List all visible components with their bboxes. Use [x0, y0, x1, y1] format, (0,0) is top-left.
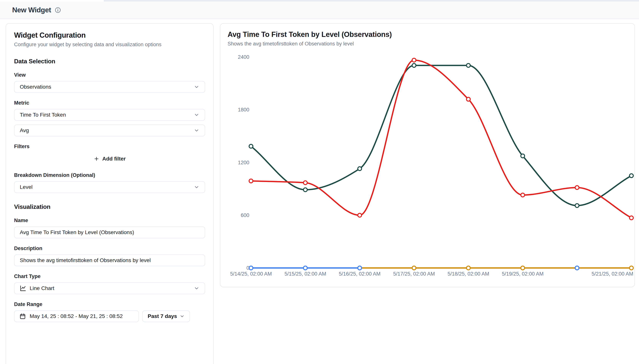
data-point[interactable] — [466, 97, 470, 101]
config-subheading: Configure your widget by selecting data … — [14, 42, 205, 48]
filters-label: Filters — [14, 144, 205, 150]
data-point[interactable] — [466, 64, 470, 67]
line-chart-icon — [20, 285, 26, 292]
data-point[interactable] — [412, 266, 416, 270]
date-preset-value: Past 7 days — [148, 313, 177, 319]
aggregation-select[interactable]: Avg — [14, 124, 205, 136]
date-range-value: May 14, 25 : 08:52 - May 21, 25 : 08:52 — [30, 313, 123, 319]
breakdown-select-value: Level — [20, 184, 33, 190]
x-axis: 5/14/25, 02:00 AM5/15/25, 02:00 AM5/16/2… — [230, 271, 633, 277]
chevron-down-icon — [194, 128, 199, 133]
chart-preview-panel: Avg Time To First Token by Level (Observ… — [220, 23, 635, 287]
data-point[interactable] — [304, 181, 307, 185]
svg-text:5/21/25, 02:00 AM: 5/21/25, 02:00 AM — [592, 271, 633, 277]
data-point[interactable] — [629, 174, 633, 178]
breakdown-select[interactable]: Level — [14, 181, 205, 193]
widget-configuration-panel: Widget Configuration Configure your widg… — [6, 23, 214, 364]
data-point[interactable] — [249, 144, 253, 148]
series-orange — [358, 266, 633, 270]
calendar-icon — [20, 313, 26, 320]
data-point[interactable] — [575, 186, 579, 190]
data-selection-heading: Data Selection — [14, 58, 205, 65]
data-point[interactable] — [412, 64, 416, 67]
metric-select[interactable]: Time To First Token — [14, 109, 205, 121]
view-select-value: Observations — [20, 84, 51, 90]
chevron-down-icon — [194, 84, 199, 90]
svg-text:5/14/25, 02:00 AM: 5/14/25, 02:00 AM — [230, 271, 272, 277]
widget-description-input[interactable] — [14, 254, 205, 266]
data-point[interactable] — [629, 266, 633, 270]
data-point[interactable] — [521, 266, 525, 270]
data-point[interactable] — [249, 179, 253, 183]
aggregation-select-value: Avg — [20, 128, 29, 134]
data-point[interactable] — [358, 167, 362, 170]
svg-text:5/18/25, 02:00 AM: 5/18/25, 02:00 AM — [448, 271, 489, 277]
data-point[interactable] — [358, 266, 362, 270]
series-red — [249, 58, 633, 220]
name-label: Name — [14, 218, 205, 224]
chart-type-select-value: Line Chart — [30, 285, 54, 291]
data-point[interactable] — [412, 58, 416, 62]
chevron-down-icon — [194, 184, 199, 190]
visualization-heading: Visualization — [14, 203, 205, 210]
chevron-down-icon — [194, 286, 199, 291]
date-preset-button[interactable]: Past 7 days — [142, 310, 190, 322]
svg-text:1200: 1200 — [238, 160, 249, 166]
description-label: Description — [14, 246, 205, 252]
date-range-row: May 14, 25 : 08:52 - May 21, 25 : 08:52 … — [14, 310, 205, 322]
y-axis: 0600120018002400 — [238, 54, 249, 271]
data-point[interactable] — [521, 193, 525, 197]
breakdown-label: Breakdown Dimension (Optional) — [14, 172, 205, 178]
page-title: New Widget — [12, 6, 51, 14]
metric-label: Metric — [14, 100, 205, 106]
info-icon[interactable] — [55, 7, 61, 13]
chevron-down-icon — [180, 314, 185, 319]
svg-text:5/19/25, 02:00 AM: 5/19/25, 02:00 AM — [502, 271, 543, 277]
config-heading: Widget Configuration — [14, 31, 205, 39]
data-point[interactable] — [304, 188, 307, 192]
svg-text:2400: 2400 — [238, 54, 249, 60]
chevron-down-icon — [194, 112, 199, 118]
svg-text:5/17/25, 02:00 AM: 5/17/25, 02:00 AM — [393, 271, 435, 277]
add-filter-button[interactable]: Add filter — [14, 152, 205, 165]
page-header: New Widget — [0, 2, 639, 19]
line-chart[interactable]: 06001200180024005/14/25, 02:00 AM5/15/25… — [220, 24, 634, 287]
svg-text:1800: 1800 — [238, 107, 249, 112]
window-top-strip — [0, 0, 639, 2]
view-label: View — [14, 72, 205, 78]
data-point[interactable] — [575, 204, 579, 208]
date-range-button[interactable]: May 14, 25 : 08:52 - May 21, 25 : 08:52 — [14, 310, 139, 322]
svg-text:5/16/25, 02:00 AM: 5/16/25, 02:00 AM — [339, 271, 381, 277]
chart-type-select[interactable]: Line Chart — [14, 282, 205, 294]
date-range-label: Date Range — [14, 302, 205, 307]
data-point[interactable] — [304, 266, 307, 270]
svg-text:600: 600 — [241, 212, 249, 218]
add-filter-label: Add filter — [102, 156, 126, 162]
svg-text:5/15/25, 02:00 AM: 5/15/25, 02:00 AM — [285, 271, 326, 277]
data-point[interactable] — [466, 266, 470, 270]
data-point[interactable] — [629, 216, 633, 220]
view-select[interactable]: Observations — [14, 81, 205, 93]
data-point[interactable] — [521, 154, 525, 158]
data-point[interactable] — [358, 214, 362, 217]
widget-name-input[interactable] — [14, 226, 205, 238]
plus-icon — [94, 156, 99, 162]
data-point[interactable] — [575, 266, 579, 270]
metric-select-value: Time To First Token — [20, 112, 66, 118]
data-point[interactable] — [249, 266, 253, 270]
chart-type-label: Chart Type — [14, 274, 205, 279]
